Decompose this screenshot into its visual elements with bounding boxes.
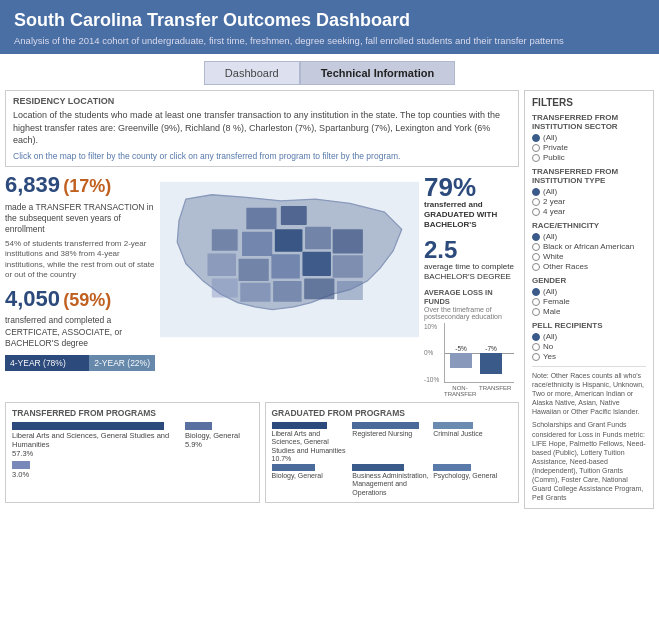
radio-sector-public[interactable] xyxy=(532,154,540,162)
chart-area: AVERAGE LOSS IN FUNDS Over the timeframe… xyxy=(424,288,519,398)
filter-sector-opt0[interactable]: (All) xyxy=(532,133,646,142)
chart-title: AVERAGE LOSS IN FUNDS xyxy=(424,288,519,306)
radio-sector-all[interactable] xyxy=(532,134,540,142)
radio-sector-private[interactable] xyxy=(532,144,540,152)
svg-rect-4 xyxy=(212,229,238,251)
tabs-row: Dashboard Technical Information xyxy=(0,54,659,90)
residency-box: RESIDENCY LOCATION Location of the stude… xyxy=(5,90,519,167)
filter-group-race: RACE/ETHNICITY (All) Black or African Am… xyxy=(532,221,646,271)
map-stats-row: 6,839 (17%) made a TRANSFER TRANSACTION … xyxy=(5,172,519,398)
svg-rect-18 xyxy=(337,281,363,300)
transfer-bar: 4-YEAR (78%) 2-YEAR (22%) xyxy=(5,355,155,371)
filter-race-opt3[interactable]: Other Races xyxy=(532,262,646,271)
radio-sector-public-label: Public xyxy=(543,153,565,162)
chart-subtitle: Over the timeframe of postsecondary educ… xyxy=(424,306,519,320)
svg-rect-7 xyxy=(305,226,331,248)
radio-sector-all-label: (All) xyxy=(543,133,557,142)
programs-to-title: GRADUATED FROM PROGRAMS xyxy=(272,408,513,418)
filter-sector-title: TRANSFERRED FROM INSTITUTION SECTOR xyxy=(532,113,646,131)
programs-to-box: GRADUATED FROM PROGRAMS Liberal Arts and… xyxy=(265,402,520,503)
complete-count-block: 4,050 (59%) xyxy=(5,286,155,312)
left-panel: RESIDENCY LOCATION Location of the stude… xyxy=(5,90,519,509)
complete-label: transferred and completed a CERTFICATE, … xyxy=(5,315,155,348)
residency-title: RESIDENCY LOCATION xyxy=(13,96,511,106)
svg-rect-12 xyxy=(302,252,330,276)
filter-gender-opt0[interactable]: (All) xyxy=(532,287,646,296)
programs-from-title: TRANSFERRED FROM PROGRAMS xyxy=(12,408,253,418)
transfer-label: made a TRANSFER TRANSACTION in the subse… xyxy=(5,202,155,235)
tab-dashboard[interactable]: Dashboard xyxy=(204,61,300,85)
filter-pell-title: PELL RECIPIENTS xyxy=(532,321,646,330)
note-text: Note: Other Races counts all who's race/… xyxy=(532,371,646,416)
filter-race-opt0[interactable]: (All) xyxy=(532,232,646,241)
header: South Carolina Transfer Outcomes Dashboa… xyxy=(0,0,659,54)
note2-text: Scholarships and Grant Funds considered … xyxy=(532,420,646,502)
subtitle: Analysis of the 2014 cohort of undergrad… xyxy=(14,35,645,46)
page-title: South Carolina Transfer Outcomes Dashboa… xyxy=(14,10,645,31)
programs-from-list: Liberal Arts and Sciences, General Studi… xyxy=(12,422,253,479)
svg-rect-17 xyxy=(304,278,334,299)
svg-rect-15 xyxy=(240,283,270,302)
pct-graduated: 79% xyxy=(424,174,519,200)
filter-pell-opt2[interactable]: Yes xyxy=(532,352,646,361)
note-54: 54% of students transferred from 2-year … xyxy=(5,239,155,281)
filter-group-sector: TRANSFERRED FROM INSTITUTION SECTOR (All… xyxy=(532,113,646,162)
svg-rect-11 xyxy=(271,254,299,278)
filter-sector-opt1[interactable]: Private xyxy=(532,143,646,152)
svg-rect-14 xyxy=(212,278,238,297)
transfer-count: 6,839 xyxy=(5,172,60,197)
filter-group-pell: PELL RECIPIENTS (All) No Yes xyxy=(532,321,646,361)
radio-sector-private-label: Private xyxy=(543,143,568,152)
filter-type-opt1[interactable]: 2 year xyxy=(532,197,646,206)
svg-rect-5 xyxy=(242,232,272,256)
main-area: RESIDENCY LOCATION Location of the stude… xyxy=(0,90,659,513)
svg-rect-9 xyxy=(207,253,235,275)
left-stats: 6,839 (17%) made a TRANSFER TRANSACTION … xyxy=(5,172,155,398)
residency-text: Location of the students who made at lea… xyxy=(13,109,511,147)
map-area[interactable] xyxy=(160,172,419,398)
avg-time: 2.5 xyxy=(424,238,519,262)
svg-rect-6 xyxy=(275,229,303,251)
avg-label: average time to complete BACHELOR'S DEGR… xyxy=(424,262,519,282)
filter-gender-title: GENDER xyxy=(532,276,646,285)
svg-rect-16 xyxy=(273,281,301,302)
filter-race-opt1[interactable]: Black or African American xyxy=(532,242,646,251)
bar-4yr: 4-YEAR (78%) xyxy=(5,355,89,371)
transfer-pct: (17%) xyxy=(63,176,111,196)
programs-from-box: TRANSFERRED FROM PROGRAMS Liberal Arts a… xyxy=(5,402,260,503)
complete-pct: (59%) xyxy=(63,290,111,310)
complete-count: 4,050 xyxy=(5,286,60,311)
tab-technical[interactable]: Technical Information xyxy=(300,61,455,85)
graduated-label: transferred and GRADUATED WITH BACHELOR'… xyxy=(424,200,519,230)
filters-panel: FILTERS TRANSFERRED FROM INSTITUTION SEC… xyxy=(524,90,654,509)
sc-map[interactable] xyxy=(160,172,419,347)
filter-group-gender: GENDER (All) Female Male xyxy=(532,276,646,316)
programs-to-grid: Liberal Arts and Sciences, General Studi… xyxy=(272,422,513,497)
svg-rect-10 xyxy=(239,258,269,280)
filter-gender-opt2[interactable]: Male xyxy=(532,307,646,316)
bottom-programs-row: TRANSFERRED FROM PROGRAMS Liberal Arts a… xyxy=(5,402,519,503)
residency-link[interactable]: Click on the map to filter by the county… xyxy=(13,151,511,161)
filters-title: FILTERS xyxy=(532,97,646,108)
filter-race-opt2[interactable]: White xyxy=(532,252,646,261)
svg-rect-13 xyxy=(333,255,363,277)
filters-note: Note: Other Races counts all who's race/… xyxy=(532,366,646,502)
svg-rect-8 xyxy=(333,229,363,253)
right-stats: 79% transferred and GRADUATED WITH BACHE… xyxy=(424,172,519,398)
filter-pell-opt0[interactable]: (All) xyxy=(532,332,646,341)
filter-type-title: TRANSFERRED FROM INSTITUTION TYPE xyxy=(532,167,646,185)
filter-type-opt0[interactable]: (All) xyxy=(532,187,646,196)
filter-race-title: RACE/ETHNICITY xyxy=(532,221,646,230)
transfer-count-block: 6,839 (17%) xyxy=(5,172,155,198)
filter-group-type: TRANSFERRED FROM INSTITUTION TYPE (All) … xyxy=(532,167,646,216)
filter-pell-opt1[interactable]: No xyxy=(532,342,646,351)
filter-sector-opt2[interactable]: Public xyxy=(532,153,646,162)
svg-rect-2 xyxy=(246,207,276,229)
bar-2yr: 2-YEAR (22%) xyxy=(89,355,155,371)
svg-rect-3 xyxy=(281,206,307,225)
filter-type-opt2[interactable]: 4 year xyxy=(532,207,646,216)
filter-gender-opt1[interactable]: Female xyxy=(532,297,646,306)
